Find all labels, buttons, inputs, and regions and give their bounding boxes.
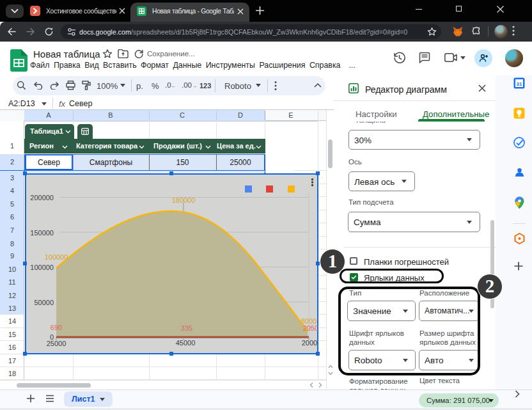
svg-text:50000: 50000 [34, 298, 54, 306]
svg-text:200000: 200000 [30, 194, 54, 201]
svg-text:335: 335 [180, 324, 192, 331]
svg-text:2050: 2050 [302, 324, 317, 331]
svg-text:180000: 180000 [171, 196, 195, 204]
svg-text:150000: 150000 [30, 228, 54, 236]
svg-text:690: 690 [50, 323, 61, 331]
svg-text:2000: 2000 [301, 338, 317, 346]
svg-text:100000: 100000 [30, 264, 54, 271]
svg-text:45000: 45000 [175, 338, 195, 346]
svg-text:100000: 100000 [44, 253, 68, 261]
svg-text:31: 31 [517, 81, 522, 87]
svg-text:25000: 25000 [46, 339, 66, 347]
